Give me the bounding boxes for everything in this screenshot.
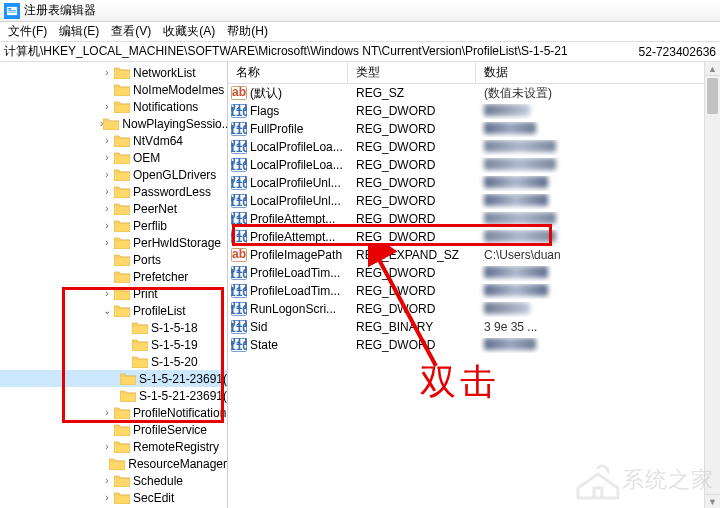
tree-node[interactable]: ›NetworkList (0, 64, 227, 81)
chevron-right-icon[interactable]: › (100, 152, 114, 163)
menu-view[interactable]: 查看(V) (105, 21, 157, 42)
menu-help[interactable]: 帮助(H) (221, 21, 274, 42)
tree-node[interactable]: S-1-5-21-23691( (0, 370, 227, 387)
value-row[interactable]: 011110FlagsREG_DWORD (228, 102, 720, 120)
value-name: LocalProfileUnl... (250, 194, 348, 208)
column-name[interactable]: 名称 (228, 62, 348, 83)
column-type[interactable]: 类型 (348, 62, 476, 83)
tree-node[interactable]: ProfileService (0, 421, 227, 438)
folder-icon (114, 287, 130, 301)
menu-edit[interactable]: 编辑(E) (53, 21, 105, 42)
tree-node[interactable]: ›RemoteRegistry (0, 438, 227, 455)
value-data: C:\Users\duan (476, 248, 720, 262)
tree-node[interactable]: ›OpenGLDrivers (0, 166, 227, 183)
folder-icon (114, 423, 130, 437)
chevron-right-icon[interactable]: › (100, 288, 114, 299)
value-type: REG_DWORD (348, 122, 476, 136)
chevron-right-icon[interactable]: › (100, 101, 114, 112)
svg-text:110: 110 (231, 177, 247, 190)
tree-node[interactable]: ›PasswordLess (0, 183, 227, 200)
value-row[interactable]: 011110SidREG_BINARY3 9e 35 ... (228, 318, 720, 336)
value-row[interactable]: 011110LocalProfileUnl...REG_DWORD (228, 192, 720, 210)
tree-node[interactable]: ›Perflib (0, 217, 227, 234)
chevron-down-icon[interactable]: ⌄ (100, 305, 114, 316)
tree-node[interactable]: S-1-5-21-23691( (0, 387, 227, 404)
tree-node[interactable]: ›ProfileNotification (0, 404, 227, 421)
value-name: LocalProfileUnl... (250, 176, 348, 190)
tree-node[interactable]: ›SecEdit (0, 489, 227, 506)
svg-text:110: 110 (231, 267, 247, 280)
tree-node[interactable]: S-1-5-20 (0, 353, 227, 370)
value-data (476, 212, 720, 227)
scroll-thumb[interactable] (707, 78, 718, 114)
value-name: ProfileImagePath (250, 248, 348, 262)
value-row[interactable]: ab(默认)REG_SZ(数值未设置) (228, 84, 720, 102)
tree-node[interactable]: ›OEM (0, 149, 227, 166)
tree-node-label: ProfileNotification (133, 406, 226, 420)
value-name: ProfileAttempt... (250, 212, 348, 226)
tree-node[interactable]: NoImeModeImes (0, 81, 227, 98)
value-row[interactable]: 011110ProfileLoadTim...REG_DWORD (228, 264, 720, 282)
redacted-data (484, 266, 548, 278)
chevron-right-icon[interactable]: › (100, 67, 114, 78)
tree-node-label: OpenGLDrivers (133, 168, 216, 182)
chevron-right-icon[interactable]: › (100, 186, 114, 197)
value-row[interactable]: 011110ProfileAttempt...REG_DWORD (228, 228, 720, 246)
value-row[interactable]: 011110StateREG_DWORD (228, 336, 720, 354)
tree-node[interactable]: Ports (0, 251, 227, 268)
tree-node-label: S-1-5-21-23691( (139, 372, 227, 386)
column-data[interactable]: 数据 (476, 62, 720, 83)
redacted-data (484, 158, 556, 170)
tree-node[interactable]: ›Print (0, 285, 227, 302)
redacted-data (484, 302, 530, 314)
column-headers: 名称 类型 数据 (228, 62, 720, 84)
scroll-up-icon[interactable]: ▲ (705, 62, 720, 76)
tree-node[interactable]: ⌄ProfileList (0, 302, 227, 319)
folder-icon (114, 219, 130, 233)
tree-node[interactable]: ›Schedule (0, 472, 227, 489)
scrollbar-vertical[interactable]: ▲ ▼ (704, 62, 720, 508)
chevron-right-icon[interactable]: › (100, 407, 114, 418)
chevron-right-icon[interactable]: › (100, 441, 114, 452)
tree-node[interactable]: ›NowPlayingSessio... (0, 115, 227, 132)
folder-icon (114, 66, 130, 80)
menu-file[interactable]: 文件(F) (2, 21, 53, 42)
redacted-data (484, 230, 556, 242)
address-bar[interactable]: 计算机\HKEY_LOCAL_MACHINE\SOFTWARE\Microsof… (0, 42, 720, 62)
redacted-data (484, 338, 536, 350)
chevron-right-icon[interactable]: › (100, 492, 114, 503)
tree-node[interactable]: S-1-5-18 (0, 319, 227, 336)
tree-node[interactable]: ›PerHwIdStorage (0, 234, 227, 251)
value-row[interactable]: 011110LocalProfileUnl...REG_DWORD (228, 174, 720, 192)
tree-node[interactable]: S-1-5-19 (0, 336, 227, 353)
value-name: ProfileLoadTim... (250, 266, 348, 280)
folder-icon (114, 491, 130, 505)
tree-node-label: PeerNet (133, 202, 177, 216)
binary-value-icon: 011110 (230, 338, 248, 352)
tree-node[interactable]: ›PeerNet (0, 200, 227, 217)
value-row[interactable]: 011110LocalProfileLoa...REG_DWORD (228, 138, 720, 156)
chevron-right-icon[interactable]: › (100, 203, 114, 214)
chevron-right-icon[interactable]: › (100, 220, 114, 231)
chevron-right-icon[interactable]: › (100, 135, 114, 146)
tree-node[interactable]: ›Notifications (0, 98, 227, 115)
value-row[interactable]: 011110ProfileLoadTim...REG_DWORD (228, 282, 720, 300)
value-row[interactable]: 011110ProfileAttempt...REG_DWORD (228, 210, 720, 228)
tree-node[interactable]: ›NtVdm64 (0, 132, 227, 149)
menu-favorites[interactable]: 收藏夹(A) (157, 21, 221, 42)
svg-rect-3 (8, 11, 16, 12)
redacted-data (484, 194, 548, 206)
tree-node[interactable]: Prefetcher (0, 268, 227, 285)
tree-node[interactable]: ResourceManager (0, 455, 227, 472)
chevron-right-icon[interactable]: › (100, 475, 114, 486)
chevron-right-icon[interactable]: › (100, 169, 114, 180)
value-row[interactable]: abProfileImagePathREG_EXPAND_SZC:\Users\… (228, 246, 720, 264)
svg-text:110: 110 (231, 105, 247, 118)
value-row[interactable]: 011110FullProfileREG_DWORD (228, 120, 720, 138)
chevron-right-icon[interactable]: › (100, 237, 114, 248)
binary-value-icon: 011110 (230, 302, 248, 316)
value-row[interactable]: 011110LocalProfileLoa...REG_DWORD (228, 156, 720, 174)
value-row[interactable]: 011110RunLogonScri...REG_DWORD (228, 300, 720, 318)
title-bar: 注册表编辑器 (0, 0, 720, 22)
value-data: 3 9e 35 ... (476, 320, 720, 334)
